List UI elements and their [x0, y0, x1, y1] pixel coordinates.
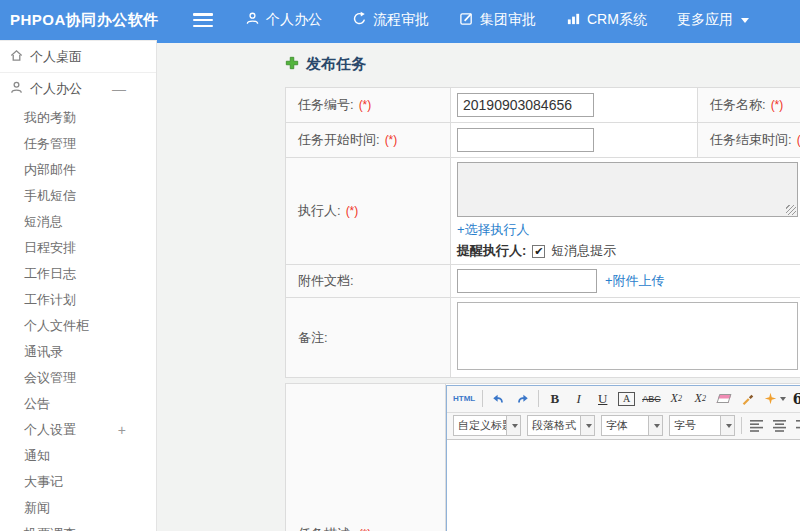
paragraph-format-dropdown[interactable]: 段落格式 [527, 415, 595, 436]
undo-icon[interactable] [490, 389, 507, 409]
task-description-editor-area[interactable] [447, 440, 800, 531]
sidebar-item-label: 投票调查 [24, 525, 76, 531]
bold-button[interactable]: B [546, 389, 563, 409]
table-row: 备注: [286, 298, 800, 378]
nav-item-more-apps[interactable]: 更多应用 [677, 11, 749, 29]
start-time-input[interactable] [457, 128, 594, 152]
table-row: 执行人:(*) +选择执行人 提醒执行人: ✔ 短消息提示 [286, 158, 800, 265]
sidebar-item-work-plan[interactable]: 工作计划 [0, 287, 156, 313]
remind-executor-label: 提醒执行人: [457, 242, 526, 260]
task-form-table: 任务编号:(*) 任务名称:(*) 任务开始时间:(*) 任务结束时间:(*) … [285, 87, 800, 378]
plus-icon [285, 56, 299, 73]
sidebar-item-personal-desktop[interactable]: 个人桌面 [0, 41, 156, 73]
sidebar-item-label: 短消息 [24, 213, 63, 231]
user-icon [9, 80, 24, 98]
attachment-upload-link[interactable]: +附件上传 [605, 272, 665, 290]
sms-remind-checkbox-label: 短消息提示 [551, 242, 616, 260]
sidebar-item-personal-file-cabinet[interactable]: 个人文件柜 [0, 313, 156, 339]
auto-typeset-wand-icon[interactable] [764, 389, 786, 409]
sidebar-item-label: 个人办公 [30, 80, 82, 98]
strikethrough-button[interactable]: ABC [642, 389, 661, 409]
app-logo[interactable]: PHPOA协同办公软件 [0, 11, 165, 30]
task-no-label: 任务编号: [298, 97, 354, 112]
sms-remind-checkbox[interactable]: ✔ [532, 245, 545, 258]
sidebar-item-work-log[interactable]: 工作日志 [0, 261, 156, 287]
required-mark: (*) [771, 98, 784, 112]
remove-format-eraser-icon[interactable] [716, 389, 733, 409]
executor-box[interactable] [457, 162, 798, 217]
task-desc-table: 任务描述:(*) HTML [285, 383, 800, 531]
superscript-button[interactable]: X2 [668, 389, 685, 409]
italic-button[interactable]: I [570, 389, 587, 409]
nav-item-personal-office[interactable]: 个人办公 [245, 11, 322, 29]
sidebar-item-label: 任务管理 [24, 135, 76, 153]
editor-toolbar-row1: HTML B I U [447, 386, 800, 413]
task-no-input[interactable] [457, 93, 594, 117]
align-right-icon[interactable] [794, 416, 800, 436]
table-row: 附件文档: +附件上传 [286, 265, 800, 298]
top-navbar: PHPOA协同办公软件 个人办公 流程审批 集团审批 [0, 0, 800, 40]
sidebar-item-vote-survey[interactable]: 投票调查 [0, 521, 156, 531]
source-html-button[interactable]: HTML [453, 389, 475, 409]
sidebar-item-label: 个人桌面 [30, 48, 82, 66]
sidebar-item-mobile-sms[interactable]: 手机短信 [0, 183, 156, 209]
underline-button[interactable]: U [594, 389, 611, 409]
nav-item-crm[interactable]: CRM系统 [566, 11, 647, 29]
collapse-minus-icon[interactable]: — [112, 81, 126, 97]
sidebar-item-announcement[interactable]: 公告 [0, 391, 156, 417]
table-row: 任务开始时间:(*) 任务结束时间:(*) [286, 123, 800, 158]
nav-item-process-approval[interactable]: 流程审批 [352, 11, 429, 29]
sidebar-item-address-book[interactable]: 通讯录 [0, 339, 156, 365]
sidebar-item-schedule[interactable]: 日程安排 [0, 235, 156, 261]
sidebar-item-internal-mail[interactable]: 内部邮件 [0, 157, 156, 183]
sidebar-item-news[interactable]: 新闻 [0, 495, 156, 521]
format-painter-brush-icon[interactable] [740, 389, 757, 409]
edit-square-icon [459, 11, 474, 29]
required-mark: (*) [385, 133, 398, 147]
remark-label: 备注: [298, 330, 328, 345]
hamburger-menu-icon[interactable] [193, 13, 213, 27]
main-content: 发布任务 任务编号:(*) 任务名称:(*) 任务开始时间:(*) 任务结束时间… [158, 43, 800, 531]
sidebar-item-my-attendance[interactable]: 我的考勤 [0, 105, 156, 131]
sidebar-item-notice[interactable]: 通知 [0, 443, 156, 469]
sidebar-item-label: 公告 [24, 395, 50, 413]
custom-title-dropdown[interactable]: 自定义标题 [453, 415, 521, 436]
sidebar-item-task-management[interactable]: 任务管理 [0, 131, 156, 157]
sidebar-item-personal-settings[interactable]: 个人设置 + [0, 417, 156, 443]
caret-down-icon [648, 416, 662, 435]
task-desc-label: 任务描述: [298, 526, 354, 531]
page-title: 发布任务 [285, 55, 800, 74]
sidebar-item-meeting-management[interactable]: 会议管理 [0, 365, 156, 391]
blockquote-button[interactable]: 66 [793, 389, 800, 409]
align-left-icon[interactable] [748, 416, 765, 436]
page-title-text: 发布任务 [306, 55, 366, 74]
sidebar-item-major-events[interactable]: 大事记 [0, 469, 156, 495]
expand-plus-icon[interactable]: + [118, 422, 126, 438]
sidebar-item-label: 工作计划 [24, 291, 76, 309]
executor-label: 执行人: [298, 203, 341, 218]
resize-handle[interactable] [786, 205, 796, 215]
table-row: 任务描述:(*) HTML [286, 384, 800, 531]
sidebar-item-label: 通知 [24, 447, 50, 465]
align-center-icon[interactable] [771, 416, 788, 436]
sidebar-item-short-message[interactable]: 短消息 [0, 209, 156, 235]
font-size-dropdown[interactable]: 字号 [669, 415, 735, 436]
nav-label: 集团审批 [480, 11, 536, 29]
remark-textarea[interactable] [457, 302, 798, 370]
attachment-input[interactable] [457, 269, 597, 293]
font-background-button[interactable]: A [618, 392, 635, 406]
nav-item-group-approval[interactable]: 集团审批 [459, 11, 536, 29]
caret-down-icon [720, 416, 734, 435]
sidebar-item-label: 日程安排 [24, 239, 76, 257]
table-row: 任务编号:(*) 任务名称:(*) [286, 88, 800, 123]
sidebar-item-personal-office[interactable]: 个人办公 — [0, 73, 156, 105]
choose-executor-link[interactable]: +选择执行人 [457, 222, 530, 237]
font-family-dropdown[interactable]: 字体 [601, 415, 663, 436]
redo-icon[interactable] [514, 389, 531, 409]
process-approval-icon [352, 11, 367, 29]
subscript-button[interactable]: X2 [692, 389, 709, 409]
rich-text-editor: HTML B I U [446, 385, 800, 531]
content-accent-strip [157, 40, 800, 43]
nav-label: 更多应用 [677, 11, 733, 29]
nav-label: CRM系统 [587, 11, 647, 29]
